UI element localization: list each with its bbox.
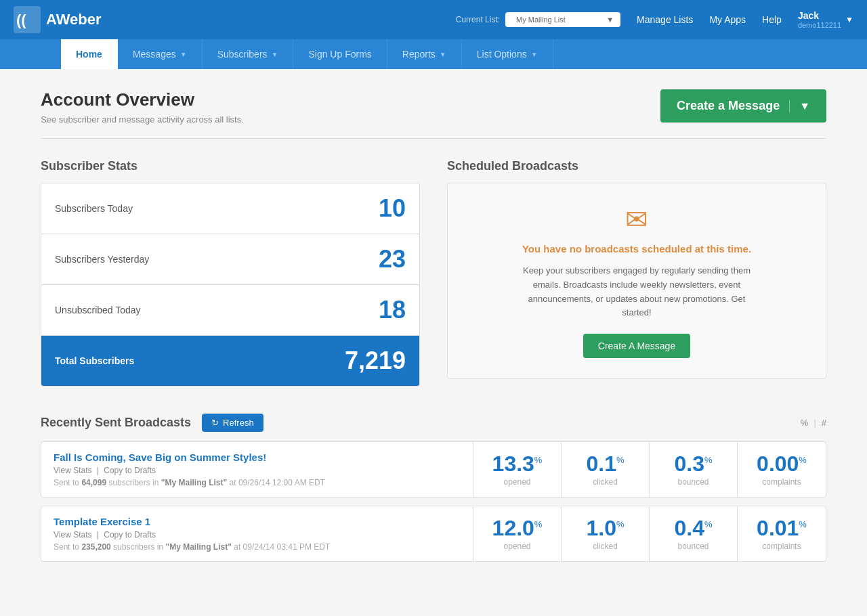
- recently-sent-section: Recently Sent Broadcasts ↻ Refresh % | #…: [41, 414, 826, 562]
- stat-bounced-value-1: 0.3%: [674, 453, 712, 475]
- broadcast-date-1: 09/26/14 12:00 AM EDT: [238, 478, 325, 487]
- broadcast-name-1[interactable]: Fall Is Coming, Save Big on Summer Style…: [54, 452, 461, 463]
- user-sub: demo112211: [798, 21, 841, 29]
- scheduled-title: Scheduled Broadcasts: [447, 159, 826, 173]
- nav-messages-label: Messages: [133, 49, 176, 60]
- stat-clicked-2: 1.0% clicked: [562, 506, 650, 561]
- broadcast-list-1: "My Mailing List": [161, 478, 227, 487]
- view-toggle: % | #: [801, 418, 826, 428]
- stat-complaints-value-1: 0.00%: [757, 453, 807, 475]
- subscriber-stats-title: Subscriber Stats: [41, 159, 420, 173]
- my-apps-link[interactable]: My Apps: [709, 14, 746, 25]
- top-bar: (( AWeber Current List: My Mailing List …: [0, 0, 867, 39]
- view-hash-toggle[interactable]: #: [822, 418, 826, 428]
- stat-value-unsub: 18: [379, 296, 406, 324]
- nav-list-options-label: List Options: [477, 49, 527, 60]
- current-list-value: My Mailing List: [516, 16, 566, 24]
- create-message-label: Create a Message: [677, 99, 780, 113]
- stat-value-total: 7,219: [345, 347, 406, 375]
- stat-bounced-label-1: bounced: [677, 477, 709, 487]
- stat-opened-label-1: opened: [503, 477, 530, 487]
- broadcast-empty-icon: ✉: [625, 204, 648, 235]
- stat-row-unsub: Unsubscribed Today 18: [41, 285, 419, 336]
- broadcasts-panel: ✉ You have no broadcasts scheduled at th…: [447, 183, 826, 379]
- stats-table: Subscribers Today 10 Subscribers Yesterd…: [41, 183, 420, 387]
- overview-subtitle: See subscriber and message activity acro…: [41, 114, 244, 125]
- broadcast-meta-2: Sent to 235,200 subscribers in "My Maili…: [54, 542, 461, 552]
- view-stats-link-1[interactable]: View Stats: [54, 466, 91, 475]
- stat-clicked-1: 0.1% clicked: [562, 442, 650, 497]
- broadcast-info-1: Fall Is Coming, Save Big on Summer Style…: [41, 442, 473, 497]
- current-list-label: Current List:: [456, 15, 500, 24]
- create-message-button[interactable]: Create a Message ▼: [660, 89, 826, 123]
- nav-spacer: [0, 39, 61, 69]
- broadcast-date-2: 09/24/14 03:41 PM EDT: [243, 542, 331, 552]
- stat-value-today: 10: [379, 194, 406, 223]
- stat-complaints-2: 0.01% complaints: [738, 506, 826, 561]
- recently-sent-header: Recently Sent Broadcasts ↻ Refresh % | #: [41, 414, 826, 432]
- view-percent-toggle[interactable]: %: [801, 418, 809, 428]
- two-col-section: Subscriber Stats Subscribers Today 10 Su…: [41, 159, 826, 387]
- stat-opened-2: 12.0% opened: [473, 506, 562, 561]
- manage-lists-link[interactable]: Manage Lists: [637, 14, 693, 25]
- logo[interactable]: (( AWeber: [14, 6, 102, 33]
- stat-label-total: Total Subscribers: [55, 355, 134, 366]
- broadcast-info-2: Template Exercise 1 View Stats | Copy to…: [41, 506, 473, 561]
- stat-label-yesterday: Subscribers Yesterday: [55, 254, 149, 265]
- nav-reports-chevron: ▼: [440, 51, 446, 58]
- copy-drafts-link-1[interactable]: Copy to Drafts: [104, 466, 156, 475]
- create-message-dropdown-icon: ▼: [789, 100, 810, 112]
- nav-item-reports[interactable]: Reports ▼: [387, 39, 462, 69]
- nav-item-home[interactable]: Home: [61, 39, 118, 69]
- stat-clicked-value-1: 0.1%: [586, 453, 624, 475]
- stat-clicked-label-1: clicked: [593, 477, 618, 487]
- stat-bounced-1: 0.3% bounced: [650, 442, 738, 497]
- nav-signup-label: Sign Up Forms: [308, 49, 371, 60]
- actions-sep-1: |: [97, 466, 101, 475]
- nav-home-label: Home: [76, 49, 102, 60]
- logo-text: AWeber: [46, 11, 102, 28]
- svg-text:((: ((: [16, 12, 26, 28]
- current-list-dropdown[interactable]: My Mailing List ▼: [505, 12, 620, 27]
- broadcast-count-2: 235,200: [81, 542, 110, 552]
- broadcast-actions-2: View Stats | Copy to Drafts: [54, 530, 461, 540]
- nav-item-list-options[interactable]: List Options ▼: [462, 39, 553, 69]
- subscriber-stats-section: Subscriber Stats Subscribers Today 10 Su…: [41, 159, 420, 387]
- stat-complaints-value-2: 0.01%: [757, 517, 807, 539]
- stat-bounced-label-2: bounced: [677, 542, 709, 551]
- current-list-chevron: ▼: [606, 16, 614, 24]
- refresh-icon: ↻: [211, 418, 219, 428]
- broadcast-list-2: "My Mailing List": [165, 542, 231, 552]
- stat-complaints-label-1: complaints: [762, 477, 801, 487]
- page-title: Account Overview: [41, 89, 244, 110]
- stat-opened-value-1: 13.3%: [492, 453, 543, 475]
- main-content: Account Overview See subscriber and mess…: [27, 69, 840, 590]
- stat-clicked-value-2: 1.0%: [586, 517, 624, 539]
- create-message-small-button[interactable]: Create A Message: [583, 334, 690, 358]
- actions-sep-2: |: [97, 530, 101, 540]
- help-link[interactable]: Help: [762, 14, 782, 25]
- broadcast-count-1: 64,099: [81, 478, 106, 487]
- broadcast-name-2[interactable]: Template Exercise 1: [54, 516, 461, 527]
- stat-opened-label-2: opened: [503, 542, 530, 551]
- nav-reports-label: Reports: [402, 49, 436, 60]
- view-stats-link-2[interactable]: View Stats: [54, 530, 91, 540]
- broadcast-row-1: Fall Is Coming, Save Big on Summer Style…: [41, 441, 826, 498]
- nav-item-signup-forms[interactable]: Sign Up Forms: [293, 39, 387, 69]
- refresh-button[interactable]: ↻ Refresh: [202, 414, 263, 432]
- scheduled-broadcasts-section: Scheduled Broadcasts ✉ You have no broad…: [447, 159, 826, 387]
- stat-row-total: Total Subscribers 7,219: [41, 336, 419, 386]
- stat-bounced-2: 0.4% bounced: [650, 506, 738, 561]
- user-chevron-icon: ▼: [845, 15, 853, 24]
- user-menu[interactable]: Jack demo112211 ▼: [798, 10, 853, 29]
- copy-drafts-link-2[interactable]: Copy to Drafts: [104, 530, 156, 540]
- stat-row-today: Subscribers Today 10: [41, 183, 419, 234]
- stat-row-yesterday: Subscribers Yesterday 23: [41, 234, 419, 285]
- broadcast-row-2: Template Exercise 1 View Stats | Copy to…: [41, 506, 826, 562]
- toggle-separator: |: [813, 418, 816, 428]
- nav-item-subscribers[interactable]: Subscribers ▼: [203, 39, 294, 69]
- stat-complaints-label-2: complaints: [762, 542, 801, 551]
- recently-sent-title: Recently Sent Broadcasts: [41, 416, 191, 430]
- stat-value-yesterday: 23: [379, 245, 406, 273]
- nav-item-messages[interactable]: Messages ▼: [118, 39, 203, 69]
